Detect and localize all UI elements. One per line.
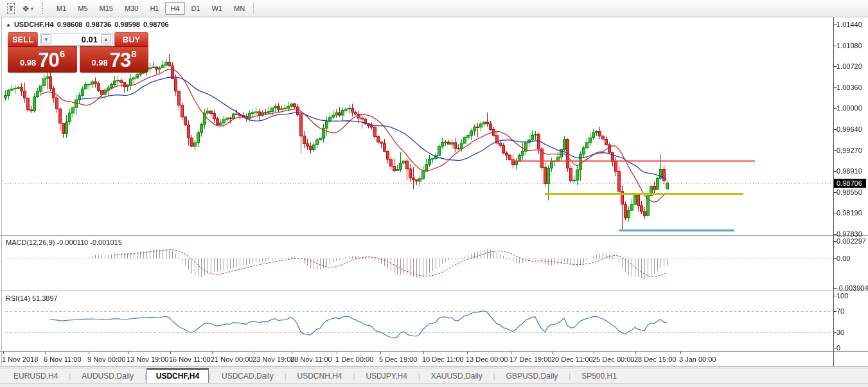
price-scale-label: 0.98550 bbox=[837, 188, 862, 196]
chart-tab-bar: EURUSD,H4|AUDUSD,Daily|USDCHF,H4|USDCAD,… bbox=[0, 368, 868, 383]
objects-arrows-icon: ❖ bbox=[22, 4, 30, 14]
rsi-scale-label: 70 bbox=[837, 307, 844, 315]
time-scale-label: 28 Dec 15:00 bbox=[634, 356, 676, 363]
buy-button[interactable]: BUY bbox=[114, 32, 148, 46]
timeframe-h1-button[interactable]: H1 bbox=[145, 2, 164, 15]
timeframe-m1-button[interactable]: M1 bbox=[51, 2, 71, 15]
terminal-window: T ❖ ▾ M1M5M15M30H1H4D1W1MN ▲ USDCHF,H4 0… bbox=[0, 0, 868, 387]
time-scale-label: 13 Nov 19:00 bbox=[127, 356, 168, 363]
macd-scale-label: 0.00 bbox=[837, 255, 850, 262]
timeframe-w1-button[interactable]: W1 bbox=[207, 2, 228, 15]
timeframe-m30-button[interactable]: M30 bbox=[120, 2, 143, 15]
price-scale-label: 0.99270 bbox=[837, 147, 862, 154]
sell-button[interactable]: SELL bbox=[8, 32, 38, 46]
timeframe-mn-button[interactable]: MN bbox=[229, 2, 250, 15]
ohlc-low: 0.98598 bbox=[114, 21, 140, 28]
status-strip bbox=[0, 383, 868, 387]
timeframe-h4-button[interactable]: H4 bbox=[165, 2, 184, 15]
buy-price-base: 0.98 bbox=[91, 58, 107, 68]
time-scale-label: 3 Jan 00:00 bbox=[679, 356, 716, 363]
rsi-indicator-label: RSI(14) 51.3897 bbox=[6, 294, 58, 302]
sell-price-pip: 6 bbox=[60, 48, 65, 59]
volume-decrease-button[interactable]: ▼ bbox=[41, 34, 51, 44]
time-scale-label: 28 Nov 11:00 bbox=[290, 356, 332, 363]
chart-title: ▲ USDCHF,H4 0.98608 0.98736 0.98598 0.98… bbox=[6, 21, 169, 28]
rsi-scale-label: 100 bbox=[837, 292, 848, 300]
chart-tab-gbpusd-daily[interactable]: GBPUSD,Daily bbox=[495, 370, 569, 382]
timeframe-m15-button[interactable]: M15 bbox=[94, 2, 118, 15]
time-scale-label: 5 Dec 19:00 bbox=[379, 356, 417, 363]
sell-price-button[interactable]: 0.98 70 6 bbox=[8, 46, 77, 73]
volume-stepper: ▼ ▲ bbox=[40, 33, 112, 46]
time-scale-label: 20 Dec 11:00 bbox=[551, 356, 593, 363]
macd-indicator-label: MACD(12,26,9) -0.000110 -0.001015 bbox=[6, 239, 122, 246]
symbol-label: USDCHF,H4 bbox=[14, 21, 54, 28]
chart-tab-usdjpy-h4[interactable]: USDJPY,H4 bbox=[355, 370, 418, 382]
time-scale-label: 9 Nov 00:00 bbox=[87, 356, 125, 363]
macd-scale-label: -0.003904 bbox=[837, 284, 868, 292]
current-price-badge: 0.98706 bbox=[834, 179, 866, 188]
chart-tab-usdcad-daily[interactable]: USDCAD,Daily bbox=[211, 370, 285, 382]
sell-price-big: 70 bbox=[38, 50, 58, 71]
text-tool-icon: T bbox=[7, 3, 15, 14]
timeframe-m5-button[interactable]: M5 bbox=[73, 2, 93, 15]
chart-tab-usdchf-h4[interactable]: USDCHF,H4 bbox=[146, 368, 209, 384]
ohlc-close: 0.98706 bbox=[143, 21, 169, 28]
time-scale-label: 16 Nov 11:00 bbox=[169, 356, 211, 363]
time-scale-label: 1 Dec 00:00 bbox=[335, 356, 373, 363]
macd-scale-label: 0.002297 bbox=[837, 237, 866, 245]
price-scale-label: 0.98910 bbox=[837, 167, 862, 175]
objects-tool-button[interactable]: ❖ ▾ bbox=[20, 1, 35, 15]
price-scale-label: 1.01080 bbox=[837, 42, 862, 50]
price-scale-label: 1.01440 bbox=[837, 21, 862, 28]
ohlc-open: 0.98608 bbox=[57, 21, 83, 28]
collapse-marker-icon: ▲ bbox=[6, 22, 11, 28]
chart-tab-eurusd-h4[interactable]: EURUSD,H4 bbox=[3, 370, 69, 382]
chart-tab-usdcnh-h4[interactable]: USDCNH,H4 bbox=[287, 370, 353, 382]
buy-price-button[interactable]: 0.98 73 8 bbox=[80, 46, 148, 73]
one-click-trading-panel: SELL ▼ ▲ BUY 0.98 70 6 0.98 73 8 bbox=[8, 32, 148, 73]
chart-window: ▲ USDCHF,H4 0.98608 0.98736 0.98598 0.98… bbox=[0, 17, 868, 368]
time-scale-label: 25 Dec 00:00 bbox=[592, 356, 634, 363]
price-scale-label: 1.00720 bbox=[837, 62, 862, 70]
toolbar-grip bbox=[42, 3, 47, 14]
text-tool-button[interactable]: T bbox=[3, 1, 19, 15]
time-scale-label: 10 Dec 11:00 bbox=[422, 356, 464, 363]
price-scale-label: 1.00360 bbox=[837, 84, 862, 91]
time-scale-label: 17 Dec 19:00 bbox=[509, 356, 551, 363]
chart-tab-audusd-daily[interactable]: AUDUSD,Daily bbox=[71, 370, 145, 382]
time-scale-label: 21 Nov 00:00 bbox=[211, 356, 252, 363]
chart-tab-sp500-h1[interactable]: SP500,H1 bbox=[571, 370, 628, 382]
time-scale-label: 23 Nov 19:00 bbox=[252, 356, 294, 363]
price-scale-label: 1.00000 bbox=[837, 104, 862, 112]
ohlc-high: 0.98736 bbox=[85, 21, 111, 28]
time-scale-label: 6 Nov 11:00 bbox=[44, 356, 82, 363]
chart-tab-xauusd-daily[interactable]: XAUUSD,Daily bbox=[420, 370, 493, 382]
price-scale-label: 0.98190 bbox=[837, 209, 862, 217]
timeframe-d1-button[interactable]: D1 bbox=[186, 2, 206, 15]
rsi-scale-label: 30 bbox=[837, 328, 844, 336]
sell-price-base: 0.98 bbox=[20, 58, 36, 68]
time-scale-label: 1 Nov 2018 bbox=[2, 356, 38, 363]
volume-increase-button[interactable]: ▲ bbox=[101, 34, 111, 44]
toolbar: T ❖ ▾ M1M5M15M30H1H4D1W1MN bbox=[0, 0, 868, 17]
buy-price-pip: 8 bbox=[131, 48, 136, 59]
chevron-down-icon: ▾ bbox=[31, 6, 33, 12]
toolbar-separator bbox=[253, 3, 254, 14]
volume-input[interactable] bbox=[52, 35, 100, 44]
timeframe-button-group: M1M5M15M30H1H4D1W1MN bbox=[51, 2, 251, 15]
price-scale-label: 0.99640 bbox=[837, 125, 862, 133]
time-scale-label: 13 Dec 00:00 bbox=[466, 356, 508, 363]
rsi-scale-label: 0 bbox=[837, 344, 840, 352]
buy-price-big: 73 bbox=[110, 50, 130, 71]
